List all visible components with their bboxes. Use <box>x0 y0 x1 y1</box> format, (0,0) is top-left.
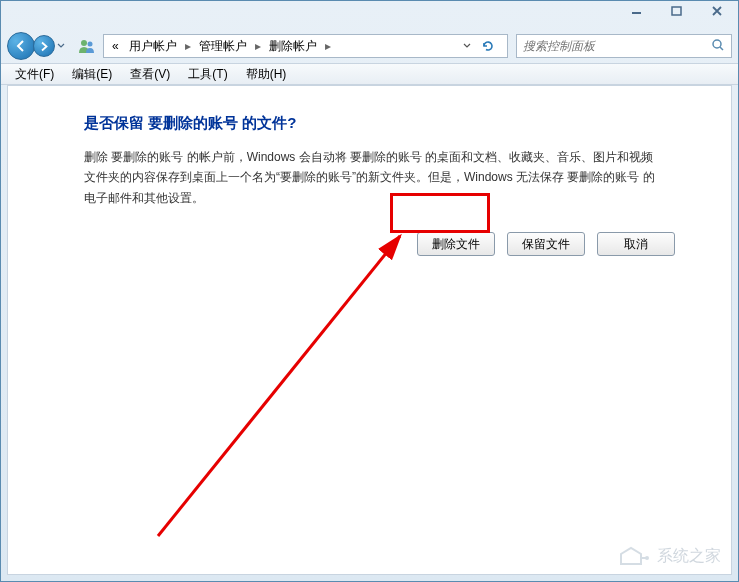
watermark-logo-icon <box>617 544 651 568</box>
cancel-button[interactable]: 取消 <box>597 232 675 256</box>
refresh-icon <box>481 39 495 53</box>
titlebar <box>1 1 738 29</box>
menu-help[interactable]: 帮助(H) <box>238 64 295 85</box>
breadcrumb-item-2[interactable]: 删除帐户 <box>265 38 321 55</box>
delete-files-button[interactable]: 删除文件 <box>417 232 495 256</box>
breadcrumb-end <box>335 36 503 56</box>
arrow-left-icon <box>14 39 28 53</box>
page-body-text: 删除 要删除的账号 的帐户前，Windows 会自动将 要删除的账号 的桌面和文… <box>84 147 664 208</box>
nav-buttons <box>7 32 67 60</box>
arrow-right-icon <box>39 41 50 52</box>
refresh-button[interactable] <box>477 36 499 56</box>
menu-edit[interactable]: 编辑(E) <box>64 64 120 85</box>
breadcrumb-prefix[interactable]: « <box>108 39 123 53</box>
content-area: 是否保留 要删除的账号 的文件? 删除 要删除的账号 的帐户前，Windows … <box>7 85 732 575</box>
annotation-arrow <box>138 226 418 546</box>
svg-point-6 <box>645 556 649 560</box>
watermark: 系统之家 <box>617 544 721 568</box>
menubar: 文件(F) 编辑(E) 查看(V) 工具(T) 帮助(H) <box>1 63 738 85</box>
breadcrumb[interactable]: « 用户帐户 ▸ 管理帐户 ▸ 删除帐户 ▸ <box>103 34 508 58</box>
svg-rect-1 <box>672 7 681 15</box>
breadcrumb-sep-icon: ▸ <box>183 39 193 53</box>
breadcrumb-sep-icon: ▸ <box>253 39 263 53</box>
breadcrumb-item-1[interactable]: 管理帐户 <box>195 38 251 55</box>
search-icon[interactable] <box>711 38 725 55</box>
minimize-icon <box>631 6 643 16</box>
svg-point-3 <box>88 42 93 47</box>
button-row: 删除文件 保留文件 取消 <box>56 232 683 256</box>
window-frame: « 用户帐户 ▸ 管理帐户 ▸ 删除帐户 ▸ 文件(F) 编辑(E) 查看(V)… <box>0 0 739 582</box>
back-button[interactable] <box>7 32 35 60</box>
maximize-button[interactable] <box>664 3 690 19</box>
menu-file[interactable]: 文件(F) <box>7 64 62 85</box>
search-box[interactable] <box>516 34 732 58</box>
users-icon <box>77 36 97 56</box>
page-heading: 是否保留 要删除的账号 的文件? <box>84 114 683 133</box>
menu-tools[interactable]: 工具(T) <box>180 64 235 85</box>
maximize-icon <box>671 6 683 16</box>
chevron-down-icon <box>57 43 65 49</box>
keep-files-button[interactable]: 保留文件 <box>507 232 585 256</box>
minimize-button[interactable] <box>624 3 650 19</box>
search-input[interactable] <box>523 39 711 53</box>
breadcrumb-sep-icon: ▸ <box>323 39 333 53</box>
menu-view[interactable]: 查看(V) <box>122 64 178 85</box>
watermark-text: 系统之家 <box>657 546 721 567</box>
close-button[interactable] <box>704 3 730 19</box>
svg-point-4 <box>713 40 721 48</box>
nav-history-dropdown[interactable] <box>55 34 67 58</box>
breadcrumb-item-0[interactable]: 用户帐户 <box>125 38 181 55</box>
forward-button[interactable] <box>33 35 55 57</box>
svg-rect-0 <box>632 12 641 14</box>
chevron-down-icon[interactable] <box>463 43 471 49</box>
svg-line-5 <box>158 236 400 536</box>
navigation-bar: « 用户帐户 ▸ 管理帐户 ▸ 删除帐户 ▸ <box>1 29 738 63</box>
close-icon <box>711 6 723 16</box>
svg-point-2 <box>81 40 87 46</box>
